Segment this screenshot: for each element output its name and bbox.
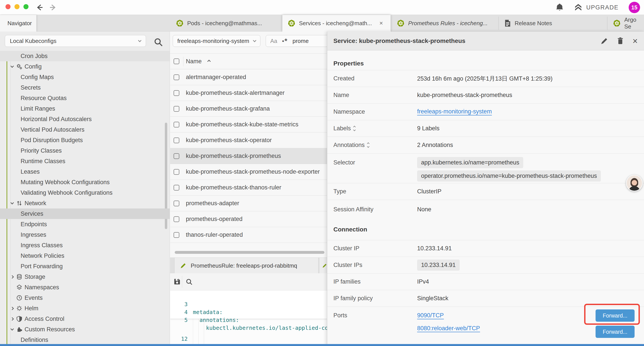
tab-pods[interactable]: Pods - icecheng@mathmas...	[170, 15, 282, 31]
notification-count-badge[interactable]: 15	[629, 2, 640, 13]
tab-release-notes[interactable]: Release Notes	[499, 15, 607, 31]
chevron-down-icon[interactable]	[9, 327, 15, 332]
window-minimize-button[interactable]	[14, 4, 20, 9]
editor-tab-partial[interactable]	[320, 258, 327, 274]
sidebar-item-storage[interactable]: Storage	[0, 272, 170, 282]
port-link-9090[interactable]: 9090/TCP	[417, 312, 444, 319]
row-checkbox[interactable]	[174, 90, 179, 96]
sidebar-item-custom-resources[interactable]: Custom Resources	[0, 324, 170, 335]
row-checkbox[interactable]	[174, 153, 179, 159]
sidebar-item-services[interactable]: Services	[0, 209, 170, 219]
table-row[interactable]: kube-prometheus-stack-alertmanager	[170, 85, 327, 101]
tab-close-icon[interactable]: ×	[380, 20, 383, 27]
sidebar-item-ingresses[interactable]: Ingresses	[0, 230, 170, 240]
chevron-down-icon[interactable]	[9, 200, 15, 206]
chevron-down-icon[interactable]	[9, 64, 15, 69]
upgrade-chevrons-icon	[574, 3, 582, 12]
forward-button-9090[interactable]: Forward...	[596, 310, 634, 322]
back-arrow-icon[interactable]	[35, 3, 44, 12]
sidebar-item-pod-disruption-budgets[interactable]: Pod Disruption Budgets	[0, 135, 170, 145]
chevron-right-icon[interactable]	[9, 316, 15, 322]
forward-button-8080[interactable]: Forward...	[596, 326, 634, 338]
sidebar-item-mutating-webhook-configurations[interactable]: Mutating Webhook Configurations	[0, 177, 170, 187]
sidebar-search-icon[interactable]	[154, 37, 163, 47]
table-row[interactable]: kube-prometheus-stack-grafana	[170, 101, 327, 117]
sidebar-item-network[interactable]: Network	[0, 198, 170, 209]
tab-prometheus-rules[interactable]: Prometheus Rules - icecheng...	[392, 15, 498, 31]
horizontal-scrollbar[interactable]	[175, 251, 324, 254]
sidebar-item-namespaces[interactable]: Namespaces	[0, 282, 170, 293]
sidebar-item-limit-ranges[interactable]: Limit Ranges	[0, 103, 170, 114]
table-row[interactable]: prometheus-operated	[170, 211, 327, 227]
sidebar-item-priority-classes[interactable]: Priority Classes	[0, 145, 170, 156]
namespace-link[interactable]: freeleaps-monitoring-system	[417, 108, 492, 115]
column-header-name[interactable]: Name	[186, 58, 202, 65]
tab-navigator[interactable]: Navigator	[0, 15, 36, 31]
forward-arrow-icon[interactable]	[49, 3, 58, 12]
sidebar-item-resource-quotas[interactable]: Resource Quotas	[0, 93, 170, 103]
window-zoom-button[interactable]	[24, 4, 28, 9]
edit-pencil-icon[interactable]	[600, 37, 608, 45]
editor-search-icon[interactable]	[186, 278, 193, 286]
cluster-ip-chip[interactable]: 10.233.14.91	[417, 260, 460, 271]
sidebar-item-leases[interactable]: Leases	[0, 166, 170, 177]
sidebar-item-definitions[interactable]: Definitions	[0, 335, 170, 345]
expand-collapse-icon[interactable]	[367, 143, 369, 147]
window-close-button[interactable]	[6, 4, 10, 9]
table-row-selected[interactable]: kube-prometheus-stack-prometheus	[170, 148, 327, 164]
chevron-right-icon[interactable]	[9, 306, 15, 311]
namespace-filter-select[interactable]: freeleaps-monitoring-system	[173, 35, 260, 47]
sidebar-item-ingress-classes[interactable]: Ingress Classes	[0, 240, 170, 251]
regex-toggle[interactable]: ▪*	[282, 37, 288, 45]
row-checkbox[interactable]	[174, 216, 179, 222]
row-checkbox[interactable]	[174, 137, 179, 143]
select-all-checkbox[interactable]	[174, 58, 179, 64]
sidebar-item-horizontal-pod-autoscalers[interactable]: Horizontal Pod Autoscalers	[0, 114, 170, 124]
table-row[interactable]: kube-prometheus-stack-prometheus-node-ex…	[170, 164, 327, 180]
sidebar-item-runtime-classes[interactable]: Runtime Classes	[0, 156, 170, 166]
sidebar-item-port-forwarding[interactable]: Port Forwarding	[0, 261, 170, 272]
table-row[interactable]: thanos-ruler-operated	[170, 227, 327, 243]
table-row[interactable]: kube-prometheus-stack-thanos-ruler	[170, 180, 327, 196]
table-row[interactable]: alertmanager-operated	[170, 69, 327, 85]
row-checkbox[interactable]	[174, 74, 179, 80]
editor-tab-prometheusrule[interactable]: PrometheusRule: freeleaps-prod-rabbitmq	[174, 258, 318, 274]
row-checkbox[interactable]	[174, 106, 179, 112]
row-checkbox[interactable]	[174, 185, 179, 191]
sidebar-item-config[interactable]: Config	[0, 61, 170, 72]
table-row[interactable]: prometheus-adapter	[170, 196, 327, 211]
list-search-input[interactable]: Aa ▪* prome	[266, 35, 327, 47]
sidebar-item-helm[interactable]: Helm	[0, 303, 170, 314]
tab-argo[interactable]: Argo Se	[608, 15, 644, 31]
sidebar-item-network-policies[interactable]: Network Policies	[0, 251, 170, 261]
yaml-editor[interactable]: 11 0","for":"1m","labels":{"service":" 1…	[170, 290, 327, 344]
notifications-bell-icon[interactable]	[556, 3, 564, 12]
row-checkbox[interactable]	[174, 169, 179, 175]
row-checkbox[interactable]	[174, 232, 179, 238]
table-row[interactable]: kube-prometheus-stack-operator	[170, 132, 327, 148]
sidebar-item-access-control[interactable]: Access Control	[0, 314, 170, 324]
sidebar-item-secrets[interactable]: Secrets	[0, 82, 170, 93]
sidebar-item-cron-jobs[interactable]: Cron Jobs	[0, 51, 170, 61]
expand-collapse-icon[interactable]	[354, 126, 355, 131]
kubeconfig-selector[interactable]: Local Kubeconfigs	[5, 35, 146, 47]
selector-chip[interactable]: app.kubernetes.io/name=prometheus	[417, 157, 523, 168]
port-link-8080-reloader[interactable]: 8080:reloader-web/TCP	[417, 325, 480, 332]
delete-trash-icon[interactable]	[617, 37, 624, 45]
user-avatar[interactable]	[626, 175, 643, 191]
row-checkbox[interactable]	[174, 201, 179, 206]
close-icon[interactable]: ×	[632, 36, 638, 45]
upgrade-button[interactable]: UPGRADE	[574, 3, 618, 12]
chevron-right-icon[interactable]	[9, 274, 15, 280]
match-case-toggle[interactable]: Aa	[270, 38, 277, 44]
sidebar-item-events[interactable]: Events	[0, 293, 170, 303]
save-icon[interactable]	[173, 278, 181, 286]
tab-services[interactable]: Services - icecheng@math... ×	[282, 15, 390, 31]
selector-chip[interactable]: operator.prometheus.io/name=kube-prometh…	[417, 170, 601, 182]
sidebar-item-validating-webhook-configurations[interactable]: Validating Webhook Configurations	[0, 187, 170, 198]
row-checkbox[interactable]	[174, 122, 179, 127]
sidebar-item-endpoints[interactable]: Endpoints	[0, 219, 170, 230]
sidebar-item-config-maps[interactable]: Config Maps	[0, 72, 170, 82]
table-row[interactable]: kube-prometheus-stack-kube-state-metrics	[170, 117, 327, 132]
sidebar-item-vertical-pod-autoscalers[interactable]: Vertical Pod Autoscalers	[0, 124, 170, 135]
